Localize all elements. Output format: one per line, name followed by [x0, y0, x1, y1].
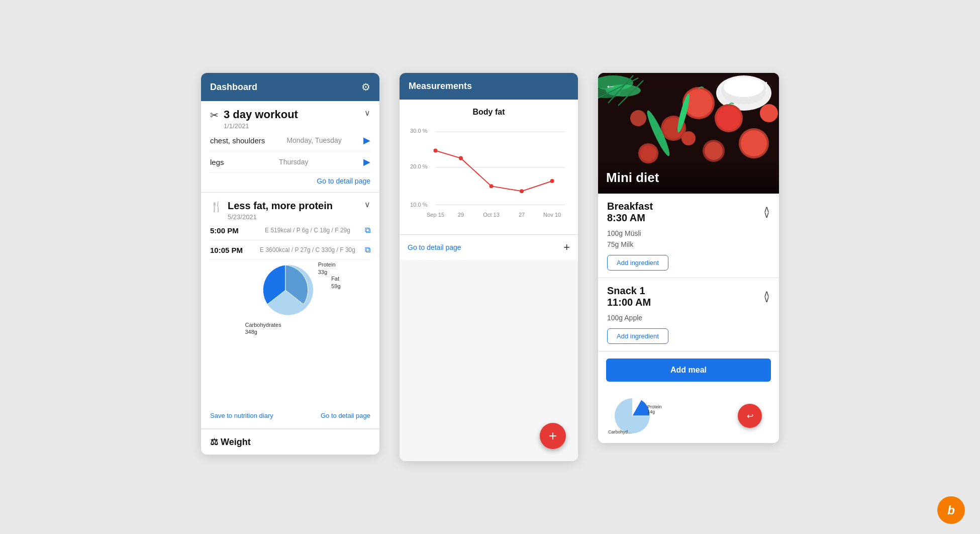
weight-icon: ⚖ — [210, 437, 218, 447]
add-measurement-icon[interactable]: + — [563, 241, 570, 254]
svg-text:29: 29 — [458, 212, 464, 218]
dashboard-title: Dashboard — [210, 82, 257, 93]
measurements-go-detail-link[interactable]: Go to detail page — [408, 243, 461, 251]
brand-logo: b — [937, 496, 965, 524]
svg-point-14 — [520, 189, 524, 193]
nutrition-section: 🍴 Less fat, more protein 5/23/2021 ∨ 5:0… — [201, 193, 379, 429]
nutrition-icon: 🍴 — [210, 201, 223, 213]
snack1-ingredient-1: 100g Apple — [607, 312, 770, 323]
save-diary-link[interactable]: Save to nutrition diary — [210, 412, 273, 419]
svg-point-39 — [760, 104, 778, 122]
protein-label: Protein 33g — [318, 261, 336, 276]
workout-icon: ✂ — [210, 109, 219, 121]
diet-share-fab-button[interactable]: ↩ — [738, 404, 762, 428]
chart-title: Body fat — [408, 108, 570, 117]
add-meal-button[interactable]: Add meal — [606, 359, 771, 382]
measurements-title: Measurements — [409, 81, 472, 92]
svg-text:14g: 14g — [647, 409, 655, 414]
weight-section: ⚖ Weight — [201, 429, 379, 455]
workout-day-chest: Monday, Tuesday — [286, 136, 341, 144]
svg-text:Sep 15: Sep 15 — [427, 212, 444, 218]
diet-bottom-section: Protein 14g Carbohyd... ↩ — [598, 389, 779, 443]
nutrition-title: Less fat, more protein — [228, 200, 333, 212]
svg-text:Oct 13: Oct 13 — [483, 212, 500, 218]
nutrition-go-detail-link[interactable]: Go to detail page — [321, 412, 370, 419]
breakfast-time: 8:30 AM — [607, 212, 653, 224]
diet-title: Mini diet — [598, 162, 779, 194]
breakfast-ingredient-1: 100g Müsli — [607, 228, 770, 239]
meal-time-2: 10:05 PM — [210, 246, 250, 254]
svg-point-37 — [640, 145, 656, 161]
meal-row-2: 10:05 PM E 3600kcal / P 27g / C 330g / F… — [210, 240, 370, 260]
nutrition-date: 5/23/2021 — [228, 213, 333, 221]
svg-point-29 — [717, 106, 741, 130]
mini-diet-card: ← ⋮ Mini diet Breakfast 8:30 AM ∧ ∨ 100g… — [598, 73, 779, 443]
breakfast-name: Breakfast — [607, 201, 653, 212]
copy-meal-2-icon[interactable]: ⧉ — [365, 245, 370, 254]
dashboard-card: Dashboard ⚙ ✂ 3 day workout 1/1/2021 ∨ c… — [201, 73, 379, 455]
brand-letter: b — [947, 503, 955, 517]
measurements-card: Measurements Body fat 30.0 % 20.0 % 10.0… — [400, 73, 578, 461]
workout-section: ✂ 3 day workout 1/1/2021 ∨ chest, should… — [201, 101, 379, 193]
meal-time-1: 5:00 PM — [210, 226, 250, 235]
add-fab-button[interactable]: + — [540, 423, 566, 449]
copy-meal-1-icon[interactable]: ⧉ — [365, 226, 370, 235]
svg-point-40 — [630, 110, 646, 126]
breakfast-section: Breakfast 8:30 AM ∧ ∨ 100g Müsli 75g Mil… — [598, 194, 779, 278]
svg-text:Carbohyd...: Carbohyd... — [608, 429, 632, 434]
settings-icon[interactable]: ⚙ — [361, 81, 370, 93]
body-fat-chart: Body fat 30.0 % 20.0 % 10.0 % Sep 15 29 … — [400, 100, 578, 234]
snack1-expand-icon[interactable]: ∧ ∨ — [763, 291, 770, 302]
snack1-section: Snack 1 11:00 AM ∧ ∨ 100g Apple Add ingr… — [598, 278, 779, 351]
snack1-time: 11:00 AM — [607, 297, 651, 308]
fab-plus-icon: + — [549, 428, 557, 444]
chart-svg: 30.0 % 20.0 % 10.0 % Sep 15 29 Oct 13 27… — [408, 123, 570, 224]
breakfast-add-ingredient-button[interactable]: Add ingredient — [607, 255, 668, 271]
fat-label: Fat 59g — [331, 275, 340, 290]
workout-go-detail-link[interactable]: Go to detail page — [210, 173, 370, 185]
workout-title: 3 day workout — [224, 108, 298, 121]
back-button[interactable]: ← — [605, 80, 616, 93]
workout-row-legs: legs Thursday ▶ — [210, 151, 370, 173]
chart-footer: Go to detail page + — [400, 234, 578, 260]
svg-text:30.0 %: 30.0 % — [410, 128, 428, 134]
meal-macros-2: E 3600kcal / P 27g / C 330g / F 30g — [260, 246, 355, 253]
svg-point-13 — [489, 184, 494, 188]
workout-row-chest: chest, shoulders Monday, Tuesday ▶ — [210, 130, 370, 151]
workout-day-legs: Thursday — [279, 158, 308, 166]
play-chest-icon[interactable]: ▶ — [363, 135, 370, 146]
svg-point-25 — [724, 77, 764, 97]
measurements-empty-area: + — [400, 260, 578, 461]
dashboard-header: Dashboard ⚙ — [201, 73, 379, 101]
svg-point-11 — [433, 149, 437, 153]
svg-text:10.0 %: 10.0 % — [410, 202, 428, 208]
svg-text:20.0 %: 20.0 % — [410, 163, 428, 169]
svg-point-15 — [550, 179, 554, 183]
nutrition-pie-chart: Protein 33g Fat 59g Carbohydrates 348g — [245, 260, 336, 335]
svg-point-12 — [459, 156, 463, 160]
svg-text:Protein: Protein — [647, 404, 662, 409]
nutrition-bottom-links: Save to nutrition diary Go to detail pag… — [210, 406, 370, 421]
meal-row-1: 5:00 PM E 519kcal / P 6g / C 18g / F 29g… — [210, 221, 370, 240]
svg-point-33 — [741, 130, 767, 156]
breakfast-ingredient-2: 75g Milk — [607, 239, 770, 250]
svg-point-35 — [705, 142, 723, 160]
workout-date: 1/1/2021 — [224, 122, 298, 130]
workout-muscle-chest: chest, shoulders — [210, 136, 265, 145]
measurements-header: Measurements — [400, 73, 578, 100]
workout-chevron-icon[interactable]: ∨ — [364, 108, 370, 118]
workout-muscle-legs: legs — [210, 158, 224, 166]
carbs-label: Carbohydrates 348g — [245, 321, 281, 336]
nutrition-chevron-icon[interactable]: ∨ — [364, 200, 370, 209]
play-legs-icon[interactable]: ▶ — [363, 156, 370, 167]
breakfast-expand-icon[interactable]: ∧ ∨ — [763, 207, 770, 218]
snack1-name: Snack 1 — [607, 285, 651, 297]
svg-point-38 — [681, 131, 696, 145]
svg-text:Nov 10: Nov 10 — [543, 212, 561, 218]
meal-macros-1: E 519kcal / P 6g / C 18g / F 29g — [265, 227, 350, 234]
more-options-icon[interactable]: ⋮ — [761, 80, 772, 93]
svg-text:27: 27 — [519, 212, 525, 218]
snack1-add-ingredient-button[interactable]: Add ingredient — [607, 328, 668, 344]
share-icon: ↩ — [747, 411, 753, 421]
diet-hero: ← ⋮ Mini diet — [598, 73, 779, 194]
